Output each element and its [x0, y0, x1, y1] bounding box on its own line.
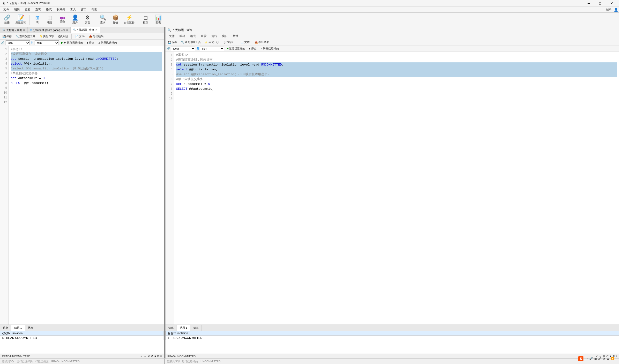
right-menu-run[interactable]: 运行 [209, 33, 220, 39]
toolbar-model[interactable]: ◻ 模型 [140, 13, 152, 26]
menu-help[interactable]: 帮助 [89, 7, 100, 12]
right-menu-help[interactable]: 帮助 [230, 33, 241, 39]
toolbar-user[interactable]: 👤 用户 [69, 13, 81, 26]
left-save-btn[interactable]: 💾 保存 [1, 34, 13, 39]
left-tab-info[interactable]: 信息 [0, 325, 11, 331]
left-stop-btn[interactable]: ■ 停止 [85, 41, 96, 45]
left-explain-btn[interactable]: ⊿ 解释已选择的 [97, 41, 118, 45]
toolbar-view[interactable]: ◫ 视图 [44, 13, 56, 26]
left-code-lines: 1 2 3 4 5 6 7 8 9 10 11 12 #事务T1 [0, 46, 164, 324]
right-text-status-icon[interactable]: ≡ [616, 355, 617, 358]
menu-file[interactable]: 文件 [1, 7, 12, 12]
view-icon: ◫ [47, 15, 53, 20]
minimize-button[interactable]: ─ [583, 0, 594, 7]
right-tab-status[interactable]: 状态 [190, 325, 202, 331]
left-refresh-icon[interactable]: ↺ [151, 355, 153, 358]
right-code-content[interactable]: #事务T2 #设置隔离级别，读未提交 set session transacti… [174, 52, 619, 324]
run-icon: ▶ [61, 41, 63, 44]
left-expand-icon[interactable]: ▶ [2, 336, 4, 340]
right-menu-bar: 文件 编辑 格式 查看 运行 窗口 帮助 [166, 33, 619, 39]
left-connection-select[interactable]: local [6, 40, 30, 45]
right-tab-result[interactable]: 结果 1 [177, 325, 190, 331]
left-tab-3[interactable]: 🔍 * 无标题 - 查询 ✕ [71, 27, 100, 33]
toolbar-backup[interactable]: 📦 备份 [109, 13, 121, 26]
right-create-tool-icon: 🔧 [181, 41, 184, 44]
right-expand-icon[interactable]: ▶ [168, 336, 170, 340]
menu-edit[interactable]: 编辑 [12, 7, 22, 12]
query-icon: 🔍 [100, 15, 106, 20]
left-database-select[interactable]: ssm [35, 40, 59, 45]
toolbar-auto[interactable]: ⚡ 自动运行 [122, 13, 136, 26]
left-create-tool-btn[interactable]: 🔧 查询创建工具 [14, 34, 37, 39]
left-tab-status[interactable]: 状态 [25, 325, 36, 331]
right-explain-icon: ⊿ [260, 47, 262, 50]
right-menu-format[interactable]: 格式 [188, 33, 198, 39]
menu-format[interactable]: 格式 [43, 7, 54, 12]
left-code-content[interactable]: #事务T1 #设置隔离级别，读未提交 set session transacti… [9, 46, 164, 324]
toolbar-table[interactable]: ⊞ 表 [31, 13, 43, 26]
left-tab-result[interactable]: 结果 1 [11, 325, 25, 331]
close-button[interactable]: ✕ [606, 0, 617, 7]
right-menu-edit[interactable]: 编辑 [177, 33, 188, 39]
right-text-btn[interactable]: 📄 文本· [239, 40, 252, 44]
maximize-button[interactable]: □ [595, 0, 606, 7]
right-code-snippet-btn[interactable]: {}代码段 [222, 40, 235, 44]
right-create-tool-btn[interactable]: 🔧 查询创建工具 [180, 40, 202, 44]
login-area: 登录 👤 [605, 8, 618, 12]
explain-icon: ⊿ [98, 41, 100, 44]
left-code-snippet-btn[interactable]: {}代码段 [57, 34, 70, 39]
right-explain-btn[interactable]: ⊿ 解释已选择的 [259, 46, 280, 51]
app-title: * 无标题 - 查询 - Navicat Premium [7, 1, 51, 5]
right-code-editor[interactable]: 1 2 3 4 5 6 7 8 9 10 #事务T2 #设置隔离级别，读未提交 [166, 52, 619, 324]
right-tab-info[interactable]: 信息 [166, 325, 177, 331]
right-line-8: SELECT @@autocommit; [176, 87, 617, 91]
left-forward-icon[interactable]: → [144, 355, 147, 358]
right-status-line-text: 连接到SQL: 运行已选择的，UNCOMMITTED [167, 360, 221, 363]
login-button[interactable]: 登录 [605, 8, 613, 12]
left-beautify-btn[interactable]: ✨ 美化 SQL [38, 34, 56, 39]
toolbar-other[interactable]: ⚙ 其它 [82, 13, 94, 26]
menu-bar: 文件 编辑 查看 查询 格式 收藏夹 工具 窗口 帮助 登录 👤 [0, 7, 619, 13]
left-line-3: set session transaction isolation level … [11, 56, 162, 61]
left-close-status-icon[interactable]: ✕ [148, 355, 150, 358]
left-text-status-icon[interactable]: ≡ [160, 355, 162, 358]
right-export-btn[interactable]: 📤 导出结果 [253, 40, 270, 44]
menu-view[interactable]: 查看 [22, 7, 33, 12]
toolbar-newquery[interactable]: 📝 新建查询 [14, 13, 28, 26]
left-conn-icon: 🔗 [1, 41, 5, 44]
left-run-selected-btn[interactable]: ▶ ▶ 运行已选择的 [60, 41, 84, 45]
menu-favorites[interactable]: 收藏夹 [54, 7, 68, 12]
user-icon[interactable]: 👤 [614, 8, 618, 12]
toolbar-connect[interactable]: 🔗 连接 [1, 13, 13, 26]
menu-query[interactable]: 查询 [33, 7, 43, 12]
right-sub-divider-1 [237, 40, 237, 45]
right-menu-window[interactable]: 窗口 [220, 33, 230, 39]
toolbar-query[interactable]: 🔍 查询 [97, 13, 109, 26]
left-tab-3-close[interactable]: ✕ [95, 28, 97, 31]
right-run-selected-btn[interactable]: ▶ 运行已选择的 [225, 46, 246, 51]
toolbar-func[interactable]: f(x) 函数 [56, 13, 69, 26]
right-stop-icon: ■ [249, 47, 251, 50]
left-tab-1-close[interactable]: ✕ [23, 29, 25, 31]
menu-tools[interactable]: 工具 [68, 7, 78, 12]
right-menu-file[interactable]: 文件 [167, 33, 177, 39]
toolbar-chart[interactable]: 📊 图表 [152, 13, 164, 26]
left-code-editor[interactable]: 1 2 3 4 5 6 7 8 9 10 11 12 #事务T1 [0, 46, 164, 324]
left-tab-1[interactable]: 🔍 无标题 - 查询 ✕ [0, 27, 28, 33]
right-beautify-btn[interactable]: ✨ 美化 SQL [203, 40, 221, 44]
right-window-icon: 🔍 [167, 28, 171, 32]
menu-window[interactable]: 窗口 [78, 7, 89, 12]
left-stop-status-icon[interactable]: ■ [154, 355, 156, 358]
right-stop-btn[interactable]: ■ 停止 [247, 46, 258, 51]
left-tab-2[interactable]: ⊞ t_student @ssm (local) - 表 ✕ [28, 27, 71, 33]
left-line-10 [11, 90, 162, 95]
right-menu-view[interactable]: 查看 [198, 33, 209, 39]
right-save-btn[interactable]: 💾 保存 [167, 40, 179, 44]
left-tab-2-close[interactable]: ✕ [66, 29, 68, 31]
right-database-select[interactable]: ssm [200, 46, 224, 51]
left-check-icon[interactable]: ✓ [140, 355, 143, 358]
right-connection-select[interactable]: local [171, 46, 195, 51]
left-grid-icon[interactable]: ⊞ [157, 355, 159, 358]
left-text-btn[interactable]: 📄 文本· [73, 34, 86, 39]
left-export-btn[interactable]: 📤 导出结果 [87, 34, 105, 39]
